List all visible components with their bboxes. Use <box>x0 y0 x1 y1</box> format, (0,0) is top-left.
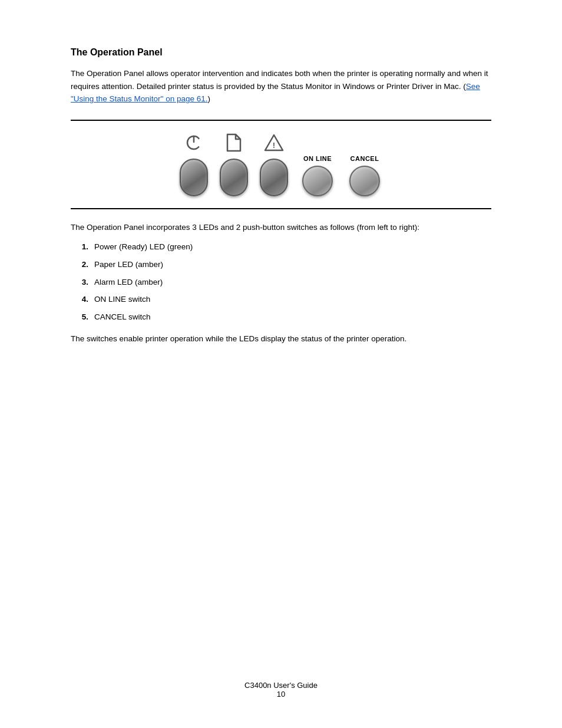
list-item: 4. ON LINE switch <box>71 293 491 306</box>
footer: C3400n User's Guide 10 <box>0 681 562 699</box>
section-title: The Operation Panel <box>71 47 491 58</box>
alarm-led-item: ! <box>260 133 288 196</box>
panel-controls-row: ! ON LINE CANCEL <box>77 133 485 196</box>
list-number-3: 3. <box>71 276 88 289</box>
list-content-1: Power (Ready) LED (green) <box>94 241 491 253</box>
alarm-icon: ! <box>264 133 284 153</box>
list-number-1: 1. <box>71 241 88 253</box>
paper-led-button <box>220 159 248 196</box>
list-item: 1. Power (Ready) LED (green) <box>71 241 491 253</box>
list-content-5: CANCEL switch <box>94 311 491 324</box>
power-icon <box>185 133 203 153</box>
list-item: 3. Alarm LED (amber) <box>71 276 491 289</box>
closing-text: The switches enable printer operation wh… <box>71 332 491 345</box>
page: The Operation Panel The Operation Panel … <box>0 0 562 728</box>
online-button-item: ON LINE <box>300 155 335 196</box>
list-content-3: Alarm LED (amber) <box>94 276 491 289</box>
incorporates-text: The Operation Panel incorporates 3 LEDs … <box>71 221 491 234</box>
power-led-button <box>180 159 208 196</box>
footer-title: C3400n User's Guide <box>0 681 562 690</box>
cancel-button-item: CANCEL <box>347 155 382 196</box>
list-item: 2. Paper LED (amber) <box>71 258 491 271</box>
online-label: ON LINE <box>300 155 335 162</box>
cancel-label: CANCEL <box>347 155 382 162</box>
list-number-2: 2. <box>71 258 88 271</box>
intro-text-close: ) <box>207 94 210 103</box>
footer-page: 10 <box>0 690 562 699</box>
list-content-2: Paper LED (amber) <box>94 258 491 271</box>
power-led-item <box>180 133 208 196</box>
components-list: 1. Power (Ready) LED (green) 2. Paper LE… <box>71 241 491 323</box>
alarm-led-button <box>260 159 288 196</box>
list-item: 5. CANCEL switch <box>71 311 491 324</box>
online-push-button[interactable] <box>302 166 333 196</box>
paper-icon <box>226 133 242 153</box>
panel-diagram: ! ON LINE CANCEL <box>71 120 491 209</box>
list-number-4: 4. <box>71 293 88 306</box>
intro-text-before-link: The Operation Panel allows operator inte… <box>71 69 488 91</box>
intro-paragraph: The Operation Panel allows operator inte… <box>71 67 491 106</box>
cancel-push-button[interactable] <box>349 166 380 196</box>
svg-text:!: ! <box>273 141 275 150</box>
list-number-5: 5. <box>71 311 88 324</box>
list-section: The Operation Panel incorporates 3 LEDs … <box>71 221 491 345</box>
list-content-4: ON LINE switch <box>94 293 491 306</box>
paper-led-item <box>220 133 248 196</box>
